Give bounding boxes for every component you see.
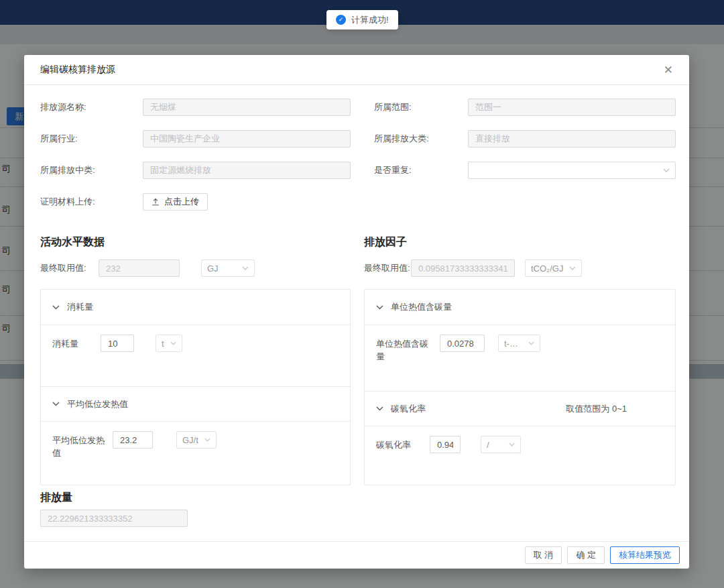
factor-section-title: 排放因子 [364, 235, 676, 248]
oxidation-rate-unit-select[interactable]: / [481, 436, 521, 453]
factor-final-label: 最终取用值: [364, 262, 411, 274]
modal-footer: 取 消 确 定 核算结果预览 [24, 541, 689, 569]
heating-value-header-title: 平均低位发热值 [67, 398, 128, 410]
chevron-down-icon [663, 168, 670, 172]
emission-section-title: 排放量 [40, 491, 673, 504]
carbon-content-unit-select[interactable]: t-C/... [498, 335, 540, 352]
major-category-label: 所属排放大类: [374, 133, 468, 145]
upload-button[interactable]: 点击上传 [143, 193, 208, 211]
industry-label: 所属行业: [40, 133, 143, 145]
mid-category-input [143, 162, 351, 179]
consumption-collapse-header[interactable]: 消耗量 [41, 290, 350, 325]
chevron-down-icon [242, 266, 249, 270]
screen: 新增 司 司 司 司 司 ✓ 计算成功! 编辑碳核算排放源 ✕ 排放源名称: [0, 0, 724, 588]
duplicate-select[interactable] [468, 162, 676, 179]
source-name-input [143, 99, 351, 116]
close-icon[interactable]: ✕ [664, 64, 673, 76]
scope-label: 所属范围: [374, 101, 468, 113]
activity-final-value-input [99, 259, 180, 277]
carbon-content-input[interactable] [440, 335, 485, 352]
upload-icon [152, 198, 160, 206]
chevron-down-icon [376, 406, 383, 411]
heating-value-unit-select[interactable]: GJ/t [176, 431, 217, 449]
chevron-down-icon [52, 402, 60, 406]
modal-title: 编辑碳核算排放源 [40, 64, 115, 76]
chevron-down-icon [170, 341, 176, 345]
chevron-down-icon [204, 438, 210, 442]
edit-emission-source-modal: 编辑碳核算排放源 ✕ 排放源名称: 所属范围: 所属行业: 所属 [24, 55, 689, 569]
carbon-content-header-title: 单位热值含碳量 [391, 301, 452, 313]
emission-result-input [40, 510, 188, 527]
consumption-label: 消耗量 [52, 337, 101, 350]
oxidation-rate-unit-value: / [487, 440, 489, 450]
factor-final-value-input [411, 259, 515, 277]
carbon-content-unit-value: t-C/... [504, 339, 524, 349]
oxidation-rate-label: 碳氧化率 [376, 438, 419, 451]
carbon-content-label: 单位热值含碳量 [376, 337, 428, 363]
check-circle-icon: ✓ [336, 15, 346, 25]
result-preview-button[interactable]: 核算结果预览 [610, 546, 680, 564]
factor-final-unit-value: tCO₂/GJ [531, 263, 563, 274]
heating-value-unit-value: GJ/t [182, 435, 198, 445]
chevron-down-icon [509, 443, 515, 447]
value-range-note: 取值范围为 0~1 [566, 403, 627, 415]
consumption-input[interactable] [101, 335, 134, 352]
oxidation-rate-input[interactable] [430, 436, 461, 453]
activity-final-label: 最终取用值: [40, 262, 99, 274]
upload-label: 证明材料上传: [40, 196, 143, 208]
source-name-label: 排放源名称: [40, 101, 143, 113]
factor-card: 单位热值含碳量 单位热值含碳量 t-C/... [364, 289, 676, 485]
confirm-button[interactable]: 确 定 [567, 546, 605, 564]
heating-value-collapse-header[interactable]: 平均低位发热值 [41, 387, 350, 422]
chevron-down-icon [52, 305, 60, 310]
consumption-unit-value: t [162, 339, 164, 349]
chevron-down-icon [376, 305, 383, 310]
toast-message: 计算成功! [351, 14, 389, 26]
major-category-input [468, 130, 676, 148]
activity-final-unit-value: GJ [207, 263, 219, 274]
activity-card: 消耗量 消耗量 t [40, 289, 351, 485]
oxidation-rate-header-title: 碳氧化率 [391, 403, 426, 415]
cancel-button[interactable]: 取 消 [525, 546, 562, 564]
upload-button-label: 点击上传 [164, 196, 199, 208]
activity-final-unit-select[interactable]: GJ [201, 259, 255, 277]
factor-final-unit-select[interactable]: tCO₂/GJ [525, 259, 582, 277]
consumption-unit-select[interactable]: t [156, 335, 182, 352]
heating-value-input[interactable] [113, 431, 153, 449]
carbon-content-collapse-header[interactable]: 单位热值含碳量 [365, 290, 675, 325]
activity-column: 活动水平数据 最终取用值: GJ [40, 225, 351, 485]
mid-category-label: 所属排放中类: [40, 164, 143, 176]
consumption-header-title: 消耗量 [67, 301, 93, 313]
industry-input [143, 130, 351, 148]
oxidation-rate-collapse-header[interactable]: 碳氧化率 取值范围为 0~1 [365, 392, 675, 426]
activity-section-title: 活动水平数据 [40, 235, 351, 248]
chevron-down-icon [528, 341, 534, 345]
chevron-down-icon [569, 266, 576, 270]
factor-column: 排放因子 最终取用值: tCO₂/GJ [364, 225, 676, 485]
heating-value-label: 平均低位发热值 [52, 434, 113, 459]
duplicate-label: 是否重复: [374, 164, 468, 176]
scope-input [468, 99, 676, 116]
success-toast: ✓ 计算成功! [326, 10, 398, 30]
